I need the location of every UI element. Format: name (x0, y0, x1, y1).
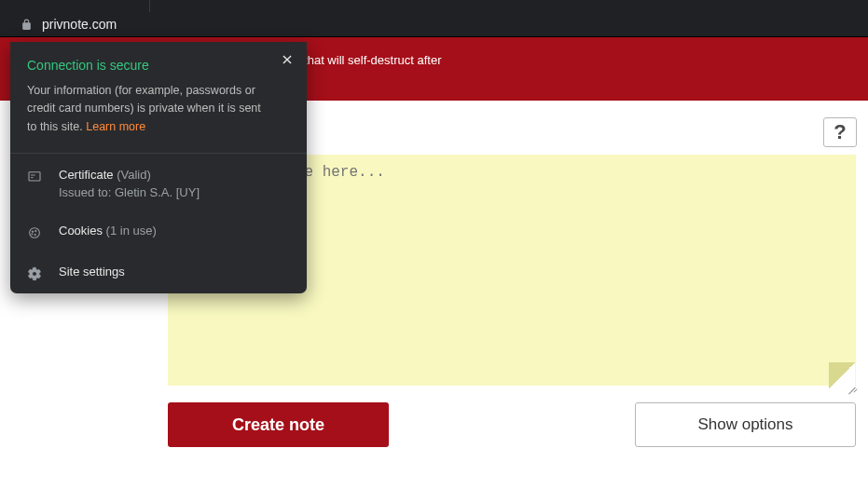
certificate-issued-to: Issued to: Gletin S.A. [UY] (59, 185, 290, 199)
svg-point-6 (34, 234, 36, 236)
learn-more-link[interactable]: Learn more (86, 120, 145, 133)
site-settings-text: Site settings (59, 265, 290, 278)
cookies-text: Cookies (1 in use) (59, 224, 290, 238)
svg-rect-0 (29, 172, 40, 181)
close-icon[interactable] (277, 49, 297, 70)
certificate-status: (Valid) (117, 168, 151, 182)
address-bar[interactable]: privnote.com (0, 12, 868, 37)
button-row: Create note Show options (168, 402, 856, 447)
browser-tab-strip (0, 0, 868, 12)
certificate-row[interactable]: Certificate (Valid) Issued to: Gletin S.… (10, 156, 307, 211)
popover-header: Connection is secure Your information (f… (10, 42, 307, 151)
svg-point-7 (32, 234, 33, 235)
lock-icon[interactable] (21, 19, 33, 31)
svg-point-5 (35, 230, 37, 232)
cookie-icon (27, 225, 42, 240)
cookies-count: (1 in use) (106, 224, 157, 238)
show-options-button[interactable]: Show options (635, 402, 856, 447)
svg-point-4 (32, 231, 34, 233)
site-settings-row[interactable]: Site settings (10, 252, 307, 293)
divider (10, 153, 307, 154)
site-settings-label: Site settings (59, 265, 290, 278)
gear-icon (27, 266, 42, 281)
connection-secure-title: Connection is secure (27, 58, 262, 73)
create-note-button[interactable]: Create note (168, 402, 389, 447)
url-text[interactable]: privnote.com (42, 17, 117, 32)
site-security-popover: Connection is secure Your information (f… (10, 42, 307, 293)
certificate-label: Certificate (59, 168, 114, 182)
connection-secure-description: Your information (for example, passwords… (27, 82, 262, 136)
svg-point-3 (30, 228, 40, 238)
certificate-icon (27, 170, 42, 184)
certificate-text: Certificate (Valid) Issued to: Gletin S.… (59, 168, 290, 199)
cookies-label: Cookies (59, 224, 103, 238)
cookies-row[interactable]: Cookies (1 in use) (10, 211, 307, 252)
